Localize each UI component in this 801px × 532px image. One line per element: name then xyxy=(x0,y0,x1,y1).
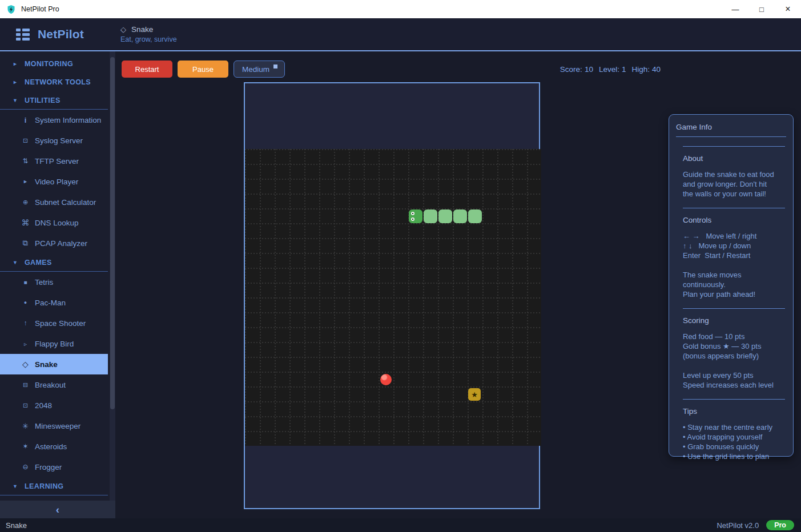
item-label: Subnet Calculator xyxy=(35,198,96,207)
panel-title: Game Info xyxy=(676,123,786,137)
chevron-down-icon: ▼ xyxy=(13,483,18,489)
close-button[interactable]: × xyxy=(775,0,801,18)
transfer-arrows-icon: ⇅ xyxy=(21,157,30,165)
item-label: Tetris xyxy=(35,278,53,287)
divider xyxy=(683,399,785,400)
chevron-down-icon: ▼ xyxy=(13,260,18,265)
item-label: Syslog Server xyxy=(35,136,83,145)
level-stat: Level:1 xyxy=(599,65,626,74)
difficulty-value: Medium xyxy=(242,65,269,74)
chevron-left-icon: ‹ xyxy=(56,503,59,516)
collapse-sidebar-button[interactable]: ‹ xyxy=(0,501,115,518)
section-label: UTILITIES xyxy=(25,96,61,104)
chevron-right-icon: ► xyxy=(13,61,18,67)
pro-badge: Pro xyxy=(766,520,794,530)
snake-eye xyxy=(411,217,414,221)
sidebar-item-pac-man[interactable]: ● Pac-Man xyxy=(0,292,108,313)
sidebar-item-tftp-server[interactable]: ⇅ TFTP Server xyxy=(0,151,108,171)
sidebar-item-space-shooter[interactable]: ↑ Space Shooter xyxy=(0,313,108,333)
page-title: Snake xyxy=(131,25,153,34)
difficulty-dropdown[interactable]: Medium xyxy=(234,61,285,78)
item-label: 2048 xyxy=(35,401,52,410)
item-label: Video Player xyxy=(35,178,78,186)
item-label: Breakout xyxy=(35,381,66,389)
sidebar-item-flappy-bird[interactable]: ▹ Flappy Bird xyxy=(0,333,108,354)
page-subtitle: Eat, grow, survive xyxy=(120,35,177,43)
sidebar-item-video-player[interactable]: ► Video Player xyxy=(0,171,108,192)
sidebar-item-dns-lookup[interactable]: ⌘ DNS Lookup xyxy=(0,212,108,233)
sidebar-section-monitoring[interactable]: ► MONITORING xyxy=(0,55,108,73)
layers-icon: ⧉ xyxy=(21,239,30,248)
sidebar-item-frogger[interactable]: ⊖ Frogger xyxy=(0,457,108,477)
sidebar-section-utilities[interactable]: ▼ UTILITIES xyxy=(0,91,108,110)
scoring-text: Red food — 10 pts Gold bonus ★ — 30 pts … xyxy=(683,332,785,361)
scoring-heading: Scoring xyxy=(683,316,785,325)
section-label: GAMES xyxy=(25,259,52,267)
item-label: Minesweeper xyxy=(35,422,80,430)
app-shield-icon xyxy=(6,5,16,14)
snake-segment xyxy=(453,209,467,223)
snake-segment xyxy=(438,209,452,223)
frog-icon: ⊖ xyxy=(21,463,30,471)
game-canvas[interactable]: ★ xyxy=(244,82,540,509)
sidebar-item-2048[interactable]: ⊡ 2048 xyxy=(0,395,108,416)
command-icon: ⌘ xyxy=(21,218,30,227)
tile-icon: ⊡ xyxy=(21,402,30,409)
sidebar-item-minesweeper[interactable]: ✳ Minesweeper xyxy=(0,416,108,436)
controls-note: The snake moves continuously. Plan your … xyxy=(683,270,785,299)
sidebar-item-asteroids[interactable]: ✶ Asteroids xyxy=(0,436,108,457)
info-icon: i xyxy=(21,116,30,124)
item-label: Space Shooter xyxy=(35,319,86,328)
controls-text: ← → Move left / right ↑ ↓ Move up / down… xyxy=(683,231,785,260)
scoring-levels-text: Level up every 50 pts Speed increases ea… xyxy=(683,370,785,390)
pause-button[interactable]: Pause xyxy=(178,61,228,78)
sidebar-item-breakout[interactable]: ⊟ Breakout xyxy=(0,374,108,395)
snake-eye xyxy=(411,212,414,215)
subnet-icon: ⊕ xyxy=(21,199,30,206)
restart-button[interactable]: Restart xyxy=(122,61,172,78)
status-current-tool: Snake xyxy=(6,521,27,530)
item-label: Flappy Bird xyxy=(35,340,74,348)
about-text: Guide the snake to eat food and grow lon… xyxy=(683,170,785,199)
sidebar-scrollbar-track[interactable] xyxy=(110,51,115,501)
sidebar-scrollbar-thumb[interactable] xyxy=(110,57,115,409)
tetris-icon: ■ xyxy=(21,279,30,285)
sidebar-item-snake[interactable]: ◇ Snake xyxy=(0,354,108,374)
sidebar-section-learning[interactable]: ▼ LEARNING xyxy=(0,477,108,495)
pacman-icon: ● xyxy=(21,300,30,305)
sidebar-item-system-information[interactable]: i System Information xyxy=(0,110,108,130)
dropdown-marker-icon xyxy=(273,65,277,68)
item-label: Pac-Man xyxy=(35,299,66,307)
divider xyxy=(683,146,785,147)
item-label: Asteroids xyxy=(35,442,67,451)
high-score-stat: High:40 xyxy=(631,65,661,74)
bricks-icon: ⊟ xyxy=(21,381,30,389)
diamond-icon: ◇ xyxy=(120,25,126,34)
game-board: ★ xyxy=(245,149,541,446)
grid-logo-icon xyxy=(16,29,30,41)
play-icon: ► xyxy=(21,179,30,184)
app-version: NetPilot v2.0 xyxy=(717,521,759,530)
sidebar-item-tetris[interactable]: ■ Tetris xyxy=(0,272,108,292)
food-red xyxy=(380,374,392,385)
syslog-icon: ⊡ xyxy=(21,137,30,144)
maximize-button[interactable]: □ xyxy=(748,0,775,18)
minimize-button[interactable]: — xyxy=(722,0,748,18)
brand: NetPilot xyxy=(16,27,84,41)
score-stat: Score:10 xyxy=(560,65,593,74)
diamond-icon: ◇ xyxy=(21,360,30,369)
divider xyxy=(683,208,785,208)
app-header: NetPilot ◇ Snake Eat, grow, survive xyxy=(0,18,801,51)
sidebar-item-subnet-calculator[interactable]: ⊕ Subnet Calculator xyxy=(0,192,108,212)
tips-list: • Stay near the centre early • Avoid tra… xyxy=(683,422,785,461)
sidebar-item-syslog-server[interactable]: ⊡ Syslog Server xyxy=(0,130,108,151)
sidebar-item-pcap-analyzer[interactable]: ⧉ PCAP Analyzer xyxy=(0,233,108,253)
tips-heading: Tips xyxy=(683,407,785,416)
sidebar-section-games[interactable]: ▼ GAMES xyxy=(0,253,108,272)
tip-item: • Avoid trapping yourself xyxy=(683,432,785,442)
section-label: MONITORING xyxy=(25,60,73,68)
tip-item: • Use the grid lines to plan xyxy=(683,452,785,461)
status-bar: Snake NetPilot v2.0 Pro xyxy=(0,518,801,532)
sidebar-section-network-tools[interactable]: ► NETWORK TOOLS xyxy=(0,73,108,91)
sidebar-nav: ► MONITORING ► NETWORK TOOLS ▼ UTILITIES… xyxy=(0,51,115,501)
